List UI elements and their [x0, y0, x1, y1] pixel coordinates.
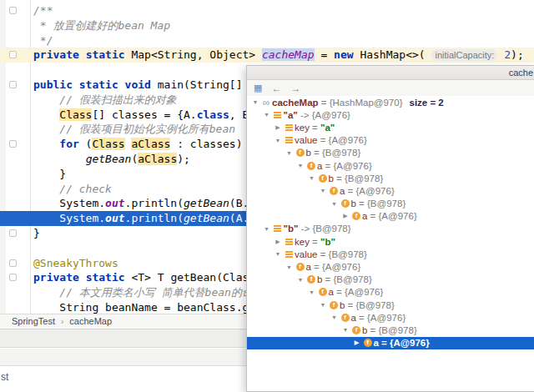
field-icon: f: [350, 212, 362, 220]
breadcrumb-item-springtest[interactable]: SpringTest: [12, 316, 55, 326]
tree-row[interactable]: ▼fb = {B@978}: [247, 147, 534, 159]
variable-value: {B@978}: [334, 274, 372, 284]
tree-row[interactable]: ▼fb = {B@978}: [247, 198, 534, 210]
code-token: );: [177, 153, 190, 165]
code-token: void: [125, 78, 151, 91]
view-options-icon[interactable]: ▦: [254, 83, 262, 93]
fold-marker-icon[interactable]: [9, 140, 17, 148]
tree-row[interactable]: ▼∞cacheMap = {HashMap@970}size = 2: [247, 96, 534, 108]
code-token: cacheMap: [262, 48, 315, 61]
variable-value: {A@976}: [312, 110, 350, 120]
code-token: main(String[] a: [151, 78, 255, 91]
code-token: aClass: [131, 138, 170, 150]
back-arrow-icon[interactable]: ←: [271, 83, 281, 94]
chevron-down-icon[interactable]: ▼: [285, 150, 295, 156]
watch-icon: ∞: [260, 98, 272, 107]
chevron-down-icon[interactable]: ▼: [295, 277, 305, 283]
chevron-down-icon[interactable]: ▼: [307, 175, 317, 181]
chevron-down-icon[interactable]: ▼: [318, 302, 328, 308]
field-icon: f: [319, 174, 327, 183]
chevron-down-icon[interactable]: ▼: [295, 163, 305, 168]
chevron-right-icon[interactable]: ▶: [352, 339, 362, 346]
code-token: [79, 271, 86, 284]
chevron-down-icon[interactable]: ▼: [250, 99, 260, 105]
breadcrumb-item-cachemap[interactable]: cacheMap: [69, 316, 112, 326]
popup-title[interactable]: cache: [247, 66, 534, 80]
code-token: initialCapacity:: [431, 49, 497, 61]
code-token: [33, 108, 59, 121]
chevron-down-icon[interactable]: ▼: [340, 327, 350, 333]
chevron-down-icon[interactable]: ▼: [262, 112, 272, 118]
code-token: [33, 138, 59, 150]
chevron-right-icon[interactable]: ▶: [273, 239, 283, 245]
map-entry-icon: [285, 137, 293, 143]
variable-value: {A@976}: [329, 135, 367, 145]
chevron-right-icon[interactable]: ▶: [273, 124, 283, 131]
fold-marker-icon[interactable]: [9, 274, 17, 281]
map-entry-icon: [285, 251, 293, 258]
field-icon: f: [364, 339, 372, 347]
variable-value: {A@976}: [345, 287, 383, 297]
variable-name: "a": [284, 110, 298, 120]
partial-tab-label: st: [1, 371, 8, 383]
code-token: System.: [33, 197, 105, 209]
tree-row[interactable]: ▼fb = {B@978}: [247, 324, 534, 336]
tree-row[interactable]: ▶key = "b": [247, 235, 534, 248]
code-token: [73, 78, 79, 91]
chevron-down-icon[interactable]: ▼: [273, 251, 283, 257]
variable-value: {B@978}: [312, 224, 350, 234]
variables-tree[interactable]: ▼∞cacheMap = {HashMap@970}size = 2▼"a" -…: [247, 96, 534, 349]
popup-toolbar: ▦ ← →: [247, 80, 534, 96]
variable-name: value: [295, 249, 318, 259]
tree-row[interactable]: ▼fb = {B@978}: [247, 274, 534, 286]
tree-row[interactable]: ▼fa = {A@976}: [247, 159, 534, 172]
chevron-down-icon[interactable]: ▼: [307, 289, 317, 295]
code-token: (: [79, 138, 93, 150]
fold-marker-icon[interactable]: [9, 81, 17, 88]
chevron-down-icon[interactable]: ▼: [285, 264, 295, 270]
tree-row[interactable]: ▼"b" -> {B@978}: [247, 223, 534, 235]
code-token: [118, 78, 125, 91]
code-token: =: [315, 48, 334, 61]
fold-marker-icon[interactable]: [9, 51, 17, 58]
chevron-down-icon[interactable]: ▼: [330, 201, 340, 207]
code-line[interactable]: */: [0, 33, 534, 48]
tree-row[interactable]: ▶fa = {A@976}: [247, 337, 534, 349]
field-icon: f: [352, 326, 360, 334]
tree-row[interactable]: ▼fa = {A@976}: [247, 286, 534, 299]
chevron-right-icon[interactable]: ▶: [340, 213, 350, 219]
chevron-down-icon[interactable]: ▼: [262, 226, 272, 232]
code-line[interactable]: private static Map<String, Object> cache…: [0, 48, 534, 63]
tree-row[interactable]: ▼value = {B@978}: [247, 248, 534, 260]
code-token: 2: [504, 48, 511, 61]
forward-arrow-icon[interactable]: →: [290, 83, 300, 94]
code-line[interactable]: * 放置创建好的bean Map: [0, 18, 534, 33]
chevron-down-icon[interactable]: ▼: [273, 138, 283, 143]
fold-marker-icon[interactable]: [9, 259, 17, 267]
separator-text: =: [345, 186, 355, 196]
tree-row[interactable]: ▼fb = {B@978}: [247, 299, 534, 311]
separator-text: =: [318, 249, 329, 259]
variable-value: {A@976}: [356, 186, 395, 196]
fold-marker-icon[interactable]: [9, 229, 17, 237]
field-icon: f: [350, 326, 362, 334]
code-token: @SneakyThrows: [33, 257, 118, 269]
field-icon: f: [317, 288, 329, 296]
chevron-down-icon[interactable]: ▼: [318, 188, 328, 193]
variable-value: {A@976}: [334, 161, 372, 171]
field-icon: f: [362, 339, 374, 347]
separator-text: =: [310, 123, 320, 133]
tree-row[interactable]: ▼fb = {B@978}: [247, 172, 534, 184]
tree-row[interactable]: ▼value = {A@976}: [247, 134, 534, 147]
code-line[interactable]: /**: [0, 3, 534, 18]
tree-row[interactable]: ▶key = "a": [247, 121, 534, 133]
tree-row[interactable]: ▼fa = {A@976}: [247, 184, 534, 197]
variable-value: "a": [320, 123, 335, 133]
code-token: // 假装扫描出来的对象: [59, 93, 176, 106]
tree-row[interactable]: ▼fa = {A@976}: [247, 311, 534, 324]
fold-marker-icon[interactable]: [9, 7, 17, 14]
tree-row[interactable]: ▼fa = {A@976}: [247, 260, 534, 273]
tree-row[interactable]: ▼"a" -> {A@976}: [247, 108, 534, 121]
chevron-down-icon[interactable]: ▼: [330, 314, 340, 320]
tree-row[interactable]: ▶fa = {A@976}: [247, 210, 534, 223]
